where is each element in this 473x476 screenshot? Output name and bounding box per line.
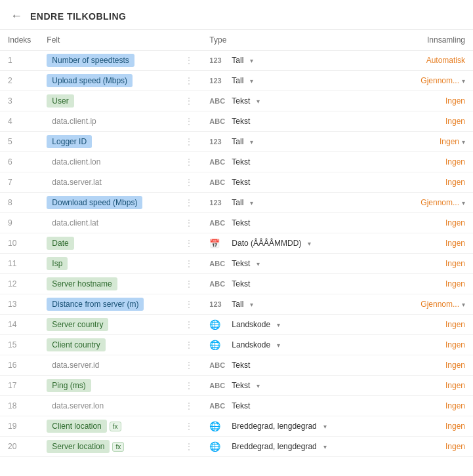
type-dropdown-arrow[interactable]: ▾	[250, 77, 253, 85]
type-label: Tekst	[232, 157, 250, 167]
field-label: data.client.lat	[47, 216, 104, 229]
drag-handle[interactable]: ⋮	[176, 132, 201, 152]
drag-handle[interactable]: ⋮	[176, 396, 201, 416]
type-icon: ABC	[209, 402, 228, 410]
type-label: Tekst	[232, 117, 250, 126]
cell-innsamling: Ingen	[346, 91, 473, 111]
cell-type: ABCTekst	[201, 355, 346, 376]
drag-handle[interactable]: ⋮	[176, 193, 201, 213]
table-container: Indeks Felt Type Innsamling 1Number of s…	[0, 30, 473, 457]
drag-handle[interactable]: ⋮	[176, 355, 201, 376]
fields-table: Indeks Felt Type Innsamling 1Number of s…	[0, 30, 473, 457]
cell-innsamling: Ingen	[346, 437, 473, 457]
table-row: 9data.client.lat⋮ABCTekstIngen	[0, 213, 473, 233]
drag-handle[interactable]: ⋮	[176, 152, 201, 172]
cell-type: 123Tall▾	[201, 294, 346, 315]
cell-felt: Distance from server (m)	[39, 294, 176, 315]
innsamling-value: Gjennom...▾	[354, 76, 465, 85]
drag-handle[interactable]: ⋮	[176, 254, 201, 274]
drag-handle[interactable]: ⋮	[176, 172, 201, 193]
type-label: Tekst	[232, 361, 250, 370]
cell-indeks: 12	[0, 274, 39, 294]
type-cell: ABCTekst▾	[209, 381, 338, 390]
innsamling-value: Ingen	[354, 117, 465, 126]
type-icon: 123	[209, 138, 228, 146]
drag-handle[interactable]: ⋮	[176, 111, 201, 132]
drag-handle[interactable]: ⋮	[176, 233, 201, 254]
type-icon: ABC	[209, 178, 228, 186]
cell-innsamling: Gjennom...▾	[346, 193, 473, 213]
innsamling-value: Ingen	[354, 178, 465, 187]
innsamling-label: Gjennom...	[421, 76, 459, 85]
innsamling-label: Ingen	[445, 259, 465, 268]
type-dropdown-arrow[interactable]: ▾	[323, 443, 327, 450]
drag-dots-icon: ⋮	[184, 441, 194, 452]
type-dropdown-arrow[interactable]: ▾	[308, 240, 311, 247]
field-label: data.server.id	[47, 359, 104, 372]
field-label: data.client.ip	[47, 115, 101, 128]
cell-innsamling: Ingen	[346, 213, 473, 233]
drag-handle[interactable]: ⋮	[176, 376, 201, 396]
cell-indeks: 11	[0, 254, 39, 274]
drag-handle[interactable]: ⋮	[176, 416, 201, 437]
drag-handle[interactable]: ⋮	[176, 335, 201, 355]
type-dropdown-arrow[interactable]: ▾	[277, 321, 280, 328]
innsamling-label: Gjennom...	[421, 300, 459, 309]
innsamling-dropdown-arrow[interactable]: ▾	[462, 138, 465, 146]
drag-handle[interactable]: ⋮	[176, 274, 201, 294]
field-label: Client country	[47, 338, 105, 351]
fx-badge: fx	[110, 422, 121, 431]
type-icon: 🌐	[209, 441, 228, 452]
drag-dots-icon: ⋮	[184, 401, 194, 411]
type-dropdown-arrow[interactable]: ▾	[277, 342, 280, 349]
cell-indeks: 6	[0, 152, 39, 172]
drag-handle[interactable]: ⋮	[176, 213, 201, 233]
type-dropdown-arrow[interactable]: ▾	[250, 301, 253, 308]
cell-type: 123Tall▾	[201, 132, 346, 152]
drag-handle[interactable]: ⋮	[176, 91, 201, 111]
type-dropdown-arrow[interactable]: ▾	[250, 57, 253, 64]
drag-handle[interactable]: ⋮	[176, 437, 201, 457]
type-cell: 123Tall▾	[209, 56, 338, 65]
cell-innsamling: Ingen	[346, 376, 473, 396]
type-dropdown-arrow[interactable]: ▾	[257, 260, 260, 268]
drag-handle[interactable]: ⋮	[176, 315, 201, 335]
field-label: Client location	[47, 420, 106, 433]
innsamling-label: Gjennom...	[421, 198, 459, 207]
type-label: Tekst	[232, 259, 250, 268]
field-label: Distance from server (m)	[47, 298, 144, 311]
cell-felt: data.server.lon	[39, 396, 176, 416]
cell-innsamling: Ingen	[346, 355, 473, 376]
cell-felt: Ping (ms)	[39, 376, 176, 396]
type-icon: 123	[209, 56, 228, 64]
innsamling-dropdown-arrow[interactable]: ▾	[462, 77, 465, 85]
drag-handle[interactable]: ⋮	[176, 71, 201, 91]
field-label: Download speed (Mbps)	[47, 196, 142, 209]
type-dropdown-arrow[interactable]: ▾	[323, 423, 327, 430]
type-icon: 123	[209, 199, 228, 207]
type-dropdown-arrow[interactable]: ▾	[250, 138, 253, 146]
type-icon: ABC	[209, 382, 228, 389]
type-cell: 🌐Landskode▾	[209, 319, 338, 330]
cell-indeks: 1	[0, 50, 39, 71]
innsamling-value: Gjennom...▾	[354, 198, 465, 207]
drag-handle[interactable]: ⋮	[176, 50, 201, 71]
innsamling-dropdown-arrow[interactable]: ▾	[462, 301, 465, 308]
type-dropdown-arrow[interactable]: ▾	[257, 382, 260, 389]
drag-dots-icon: ⋮	[184, 258, 194, 269]
back-button[interactable]: ←	[10, 9, 22, 23]
type-label: Tall	[232, 56, 243, 65]
drag-dots-icon: ⋮	[184, 299, 194, 309]
drag-handle[interactable]: ⋮	[176, 294, 201, 315]
type-label: Dato (ÅÅÅÅMMDD)	[232, 239, 301, 248]
type-cell: ABCTekst	[209, 279, 338, 288]
cell-indeks: 5	[0, 132, 39, 152]
innsamling-label: Ingen	[445, 381, 465, 390]
innsamling-dropdown-arrow[interactable]: ▾	[462, 199, 465, 207]
table-row: 12Server hostname⋮ABCTekstIngen	[0, 274, 473, 294]
type-dropdown-arrow[interactable]: ▾	[250, 199, 253, 207]
innsamling-value: Automatisk	[354, 56, 465, 65]
cell-type: ABCTekst	[201, 152, 346, 172]
type-dropdown-arrow[interactable]: ▾	[257, 98, 260, 105]
drag-dots-icon: ⋮	[184, 421, 194, 431]
